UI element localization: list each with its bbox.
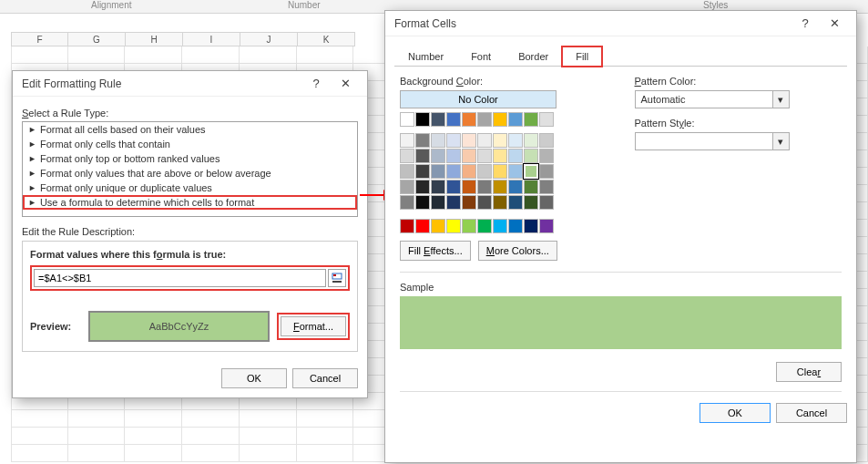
color-swatch[interactable]: [539, 112, 554, 127]
rule-type-list[interactable]: ►Format all cells based on their values …: [22, 121, 358, 217]
collapse-dialog-icon[interactable]: [328, 269, 346, 287]
color-swatch[interactable]: [477, 180, 492, 194]
color-swatch[interactable]: [431, 219, 445, 233]
color-swatch[interactable]: [524, 180, 538, 194]
no-color-button[interactable]: No Color: [400, 90, 557, 108]
color-swatch[interactable]: [431, 112, 445, 127]
column-header-H[interactable]: H: [126, 32, 183, 46]
color-swatch[interactable]: [462, 133, 476, 148]
pattern-color-combo[interactable]: Automatic ▾: [635, 90, 790, 108]
color-swatch[interactable]: [524, 195, 538, 210]
ok-button[interactable]: OK: [221, 368, 287, 388]
color-swatch[interactable]: [415, 219, 430, 233]
color-swatch[interactable]: [539, 180, 554, 194]
color-swatch[interactable]: [508, 180, 523, 194]
color-swatch[interactable]: [508, 133, 523, 148]
color-swatch[interactable]: [462, 164, 476, 179]
color-swatch[interactable]: [462, 195, 476, 210]
color-swatch[interactable]: [462, 149, 476, 163]
color-swatch[interactable]: [493, 149, 507, 163]
color-swatch[interactable]: [400, 133, 414, 148]
help-icon[interactable]: ?: [792, 12, 818, 36]
color-swatch[interactable]: [539, 219, 554, 233]
color-swatch[interactable]: [493, 164, 507, 179]
color-swatch[interactable]: [524, 112, 538, 127]
color-swatch[interactable]: [415, 164, 430, 179]
color-swatch[interactable]: [462, 112, 476, 127]
color-swatch[interactable]: [508, 112, 523, 127]
color-swatch[interactable]: [446, 149, 461, 163]
cancel-button[interactable]: Cancel: [776, 403, 847, 423]
color-swatch[interactable]: [415, 180, 430, 194]
color-swatch[interactable]: [508, 164, 523, 179]
color-swatch[interactable]: [431, 149, 445, 163]
color-swatch[interactable]: [539, 149, 554, 163]
color-swatch[interactable]: [477, 149, 492, 163]
color-swatch[interactable]: [462, 180, 476, 194]
color-swatch[interactable]: [400, 219, 414, 233]
color-swatch[interactable]: [508, 219, 523, 233]
color-swatch[interactable]: [508, 195, 523, 210]
column-header-I[interactable]: I: [183, 32, 240, 46]
color-swatch[interactable]: [493, 180, 507, 194]
clear-button[interactable]: Clear: [776, 362, 842, 382]
color-swatch[interactable]: [446, 112, 461, 127]
tab-number[interactable]: Number: [394, 46, 457, 67]
color-swatch[interactable]: [446, 219, 461, 233]
tab-fill[interactable]: Fill: [562, 46, 602, 67]
color-swatch[interactable]: [477, 164, 492, 179]
color-swatch[interactable]: [477, 112, 492, 127]
format-button[interactable]: Format...: [281, 316, 346, 336]
column-header-J[interactable]: J: [240, 32, 298, 46]
rule-type-item-selected[interactable]: ►Use a formula to determine which cells …: [23, 195, 357, 210]
tab-border[interactable]: Border: [505, 46, 562, 67]
rule-type-item[interactable]: ►Format all cells based on their values: [23, 122, 357, 137]
color-swatch[interactable]: [477, 133, 492, 148]
color-swatch[interactable]: [539, 195, 554, 210]
color-swatch[interactable]: [400, 112, 414, 127]
column-header-G[interactable]: G: [68, 32, 126, 46]
color-swatch[interactable]: [431, 195, 445, 210]
color-swatch[interactable]: [415, 112, 430, 127]
color-swatch[interactable]: [508, 149, 523, 163]
tab-font[interactable]: Font: [457, 46, 505, 67]
color-swatch[interactable]: [493, 195, 507, 210]
color-swatch[interactable]: [539, 164, 554, 179]
color-swatch[interactable]: [400, 164, 414, 179]
color-swatch[interactable]: [524, 219, 538, 233]
pattern-style-combo[interactable]: ▾: [635, 132, 790, 150]
help-icon[interactable]: ?: [303, 72, 329, 96]
rule-type-item[interactable]: ►Format only cells that contain: [23, 137, 357, 151]
color-swatch[interactable]: [493, 133, 507, 148]
fc-titlebar[interactable]: Format Cells ? ✕: [385, 11, 856, 36]
color-swatch[interactable]: [446, 195, 461, 210]
color-swatch[interactable]: [524, 149, 538, 163]
color-swatch[interactable]: [477, 219, 492, 233]
color-swatch[interactable]: [493, 219, 507, 233]
color-swatch[interactable]: [400, 180, 414, 194]
color-swatch[interactable]: [493, 112, 507, 127]
color-swatch[interactable]: [477, 195, 492, 210]
color-swatch[interactable]: [431, 180, 445, 194]
close-icon[interactable]: ✕: [818, 12, 851, 36]
ok-button[interactable]: OK: [700, 403, 771, 423]
color-swatch[interactable]: [415, 149, 430, 163]
close-icon[interactable]: ✕: [329, 72, 362, 96]
rule-type-item[interactable]: ►Format only unique or duplicate values: [23, 180, 357, 195]
formula-input[interactable]: [34, 269, 326, 287]
column-header-F[interactable]: F: [11, 32, 68, 46]
color-swatch[interactable]: [446, 164, 461, 179]
color-swatch[interactable]: [446, 133, 461, 148]
color-swatch[interactable]: [415, 133, 430, 148]
cancel-button[interactable]: Cancel: [292, 368, 358, 388]
fill-effects-button[interactable]: Fill Effects...: [400, 241, 471, 261]
column-header-K[interactable]: K: [298, 32, 355, 46]
color-swatch[interactable]: [400, 149, 414, 163]
color-swatch[interactable]: [446, 180, 461, 194]
more-colors-button[interactable]: More Colors...: [478, 241, 557, 261]
color-swatch[interactable]: [431, 133, 445, 148]
color-swatch[interactable]: [524, 164, 538, 179]
rule-type-item[interactable]: ►Format only top or bottom ranked values: [23, 151, 357, 166]
color-swatch[interactable]: [400, 195, 414, 210]
color-swatch[interactable]: [539, 133, 554, 148]
